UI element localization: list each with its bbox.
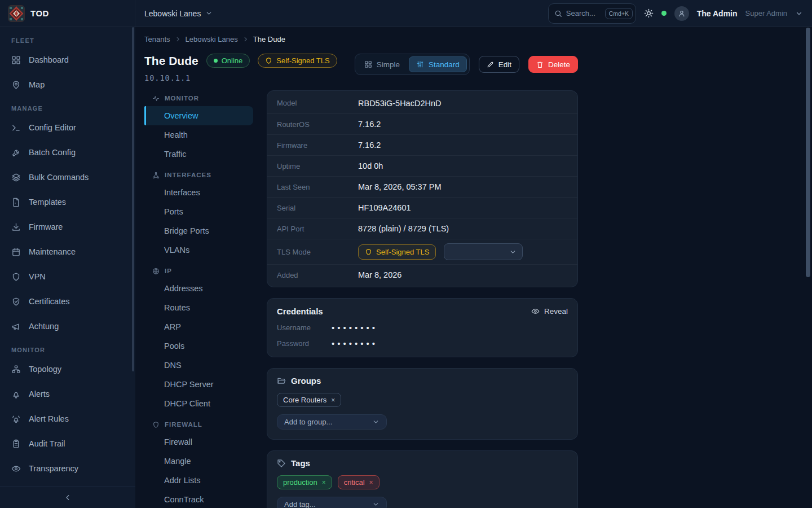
sidebar-item-dashboard[interactable]: Dashboard — [0, 47, 135, 72]
bell-ring-icon — [11, 414, 21, 424]
subnav-item-overview[interactable]: Overview — [144, 106, 253, 125]
subnav-item-bridge-ports[interactable]: Bridge Ports — [144, 221, 253, 240]
dashboard-icon — [11, 55, 21, 65]
sidebar-item-audit-trail[interactable]: Audit Trail — [0, 431, 135, 456]
overview-row-added: Added Mar 8, 2026 — [267, 264, 577, 285]
view-mode-toggle: Simple Standard — [355, 54, 470, 75]
eye-icon — [531, 307, 540, 316]
sidebar-item-certificates[interactable]: Certificates — [0, 289, 135, 314]
theme-sun-icon[interactable] — [644, 8, 654, 18]
add-to-group-select[interactable]: Add to group... — [277, 414, 387, 430]
sidebar-item-map[interactable]: Map — [0, 72, 135, 97]
clipboard-icon — [11, 439, 21, 449]
search-input[interactable]: Cmd+K — [548, 3, 636, 24]
download-icon — [11, 222, 21, 232]
sidebar-item-transparency[interactable]: Transparency — [0, 456, 135, 481]
eye-icon — [11, 464, 21, 474]
subnav-item-pools[interactable]: Pools — [144, 336, 253, 356]
view-standard-button[interactable]: Standard — [409, 56, 467, 72]
tls-badge: Self-Signed TLS — [258, 54, 337, 68]
subnav-item-dhcp-client[interactable]: DHCP Client — [144, 394, 253, 413]
activity-icon — [152, 95, 160, 102]
sidebar-item-config-editor[interactable]: Config Editor — [0, 115, 135, 140]
shield-icon — [365, 248, 372, 256]
tenant-selector[interactable]: Lebowski Lanes — [144, 9, 213, 18]
subnav-item-health[interactable]: Health — [144, 125, 253, 144]
window-scrollbar[interactable] — [806, 28, 810, 277]
chevron-right-icon — [175, 36, 181, 42]
breadcrumb-tenant[interactable]: Lebowski Lanes — [186, 35, 238, 43]
terminal-icon — [11, 123, 21, 133]
status-badge: Online — [206, 54, 250, 68]
sidebar-section-fleet: Fleet — [0, 37, 135, 44]
search-field[interactable] — [566, 9, 601, 17]
sidebar-scrollbar[interactable] — [132, 27, 134, 371]
sidebar-item-firmware[interactable]: Firmware — [0, 214, 135, 239]
subnav-item-interfaces[interactable]: Interfaces — [144, 183, 253, 202]
subnav-item-vlans[interactable]: VLANs — [144, 240, 253, 260]
brand-name: TOD — [30, 8, 49, 18]
sidebar: Fleet Dashboard Map Manage Config Editor… — [0, 27, 135, 508]
subnav-item-ports[interactable]: Ports — [144, 202, 253, 221]
megaphone-icon — [11, 322, 21, 331]
subnav-item-traffic[interactable]: Traffic — [144, 144, 253, 164]
tag-icon — [277, 459, 286, 468]
subnav-item-conntrack[interactable]: ConnTrack — [144, 490, 253, 508]
view-simple-button[interactable]: Simple — [358, 56, 407, 72]
topology-icon — [11, 365, 21, 374]
topbar: TOD Lebowski Lanes Cmd+K — [0, 0, 812, 27]
sidebar-item-templates[interactable]: Templates — [0, 190, 135, 214]
sidebar-item-topology[interactable]: Topology — [0, 357, 135, 382]
folder-icon — [277, 376, 286, 386]
subnav-item-addresses[interactable]: Addresses — [144, 279, 253, 298]
subnav-item-firewall[interactable]: Firewall — [144, 432, 253, 452]
chevron-left-icon — [64, 493, 72, 502]
overview-row-tls-mode: TLS Mode Self-Signed TLS — [267, 239, 577, 264]
breadcrumb: Tenants Lebowski Lanes The Dude — [144, 35, 578, 43]
edit-button[interactable]: Edit — [479, 56, 519, 73]
subnav-item-mangle[interactable]: Mangle — [144, 452, 253, 471]
breadcrumb-tenants[interactable]: Tenants — [144, 35, 170, 43]
delete-button[interactable]: Delete — [528, 56, 578, 73]
shield-check-icon — [11, 297, 21, 306]
user-menu-chevron-icon[interactable] — [795, 10, 803, 17]
subnav-item-dns[interactable]: DNS — [144, 356, 253, 375]
subnav-section-monitor: Monitor — [144, 90, 253, 106]
sidebar-collapse-button[interactable] — [0, 487, 135, 508]
add-tag-select[interactable]: Add tag... — [277, 497, 387, 508]
overview-row-last-seen: Last Seen Mar 8, 2026, 05:37 PM — [267, 176, 577, 197]
main-content: Tenants Lebowski Lanes The Dude The Dude… — [135, 27, 812, 508]
reveal-button[interactable]: Reveal — [531, 307, 568, 316]
masked-username: •••••••• — [332, 325, 378, 331]
remove-tag-icon[interactable]: × — [322, 479, 326, 487]
tls-mode-select[interactable] — [444, 243, 523, 260]
subnav-item-dhcp-server[interactable]: DHCP Server — [144, 375, 253, 394]
groups-title: Groups — [291, 376, 321, 386]
credentials-title: Credentials — [277, 306, 323, 316]
sidebar-item-achtung[interactable]: Achtung — [0, 314, 135, 339]
remove-tag-icon[interactable]: × — [369, 479, 373, 487]
subnav-item-routes[interactable]: Routes — [144, 298, 253, 317]
subnav-item-arp[interactable]: ARP — [144, 317, 253, 336]
map-pin-icon — [11, 80, 21, 90]
sidebar-item-maintenance[interactable]: Maintenance — [0, 239, 135, 264]
sidebar-item-bulk-commands[interactable]: Bulk Commands — [0, 165, 135, 190]
overview-row-api-port: API Port 8728 (plain) / 8729 (TLS) — [267, 218, 577, 239]
search-icon — [554, 10, 562, 17]
tag-chip-critical: critical × — [338, 475, 379, 489]
chevron-down-icon — [509, 248, 517, 256]
subnav-item-addr-lists[interactable]: Addr Lists — [144, 471, 253, 490]
pencil-icon — [487, 61, 494, 68]
network-icon — [152, 172, 160, 179]
overview-row-model: Model RBD53iG-5HacD2HnD — [267, 93, 577, 113]
sidebar-item-batch-config[interactable]: Batch Config — [0, 140, 135, 165]
sidebar-item-vpn[interactable]: VPN — [0, 264, 135, 289]
grid-icon — [364, 60, 372, 68]
bell-icon — [11, 389, 21, 399]
sidebar-section-manage: Manage — [0, 105, 135, 112]
sidebar-item-alert-rules[interactable]: Alert Rules — [0, 406, 135, 431]
overview-row-firmware: Firmware 7.16.2 — [267, 134, 577, 155]
remove-group-icon[interactable]: × — [331, 396, 335, 404]
avatar[interactable] — [674, 6, 689, 21]
sidebar-item-alerts[interactable]: Alerts — [0, 382, 135, 406]
